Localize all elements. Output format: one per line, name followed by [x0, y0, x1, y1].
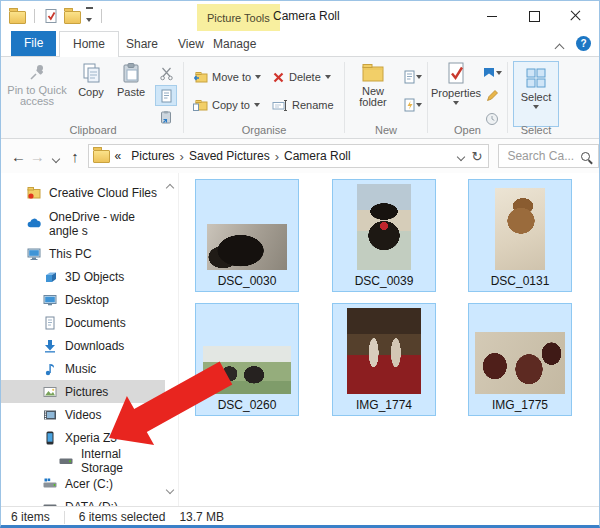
new-folder-button[interactable]: New folder: [347, 62, 399, 108]
easy-access-button[interactable]: [399, 94, 425, 115]
sidebar-item-onedrive[interactable]: OneDrive - wide angle s: [1, 212, 165, 235]
edit-button[interactable]: [481, 85, 503, 106]
group-new: New folder New: [345, 57, 427, 138]
copy-icon: [80, 62, 102, 84]
breadcrumb-pictures[interactable]: Pictures: [126, 149, 179, 163]
navigation-bar: ← → ↑ « Pictures › Saved Pictures › Came…: [1, 139, 599, 173]
address-bar[interactable]: « Pictures › Saved Pictures › Camera Rol…: [88, 144, 490, 168]
pin-to-quick-access-button[interactable]: Pin to Quick access: [5, 62, 69, 107]
dropdown-caret-icon: [325, 75, 331, 79]
copy-path-icon: [160, 89, 173, 103]
address-dropdown-button[interactable]: [458, 149, 464, 163]
tab-share[interactable]: Share: [113, 31, 171, 57]
windows-drive-icon: [43, 477, 57, 491]
group-label-organise: Organise: [184, 124, 344, 136]
group-open: Properties Open: [428, 57, 507, 138]
maximize-button[interactable]: [519, 2, 549, 30]
help-button[interactable]: ?: [576, 36, 591, 51]
search-input[interactable]: [505, 148, 581, 164]
tab-file[interactable]: File: [11, 31, 56, 56]
dropdown-caret-icon: [254, 103, 260, 107]
picture-tools-context-header: Picture Tools: [197, 4, 280, 31]
thumbnail-dsc-0030: [207, 224, 287, 270]
document-icon: [43, 316, 57, 330]
thumbnail-dsc-0131: [495, 188, 545, 270]
forward-button[interactable]: →: [28, 148, 47, 165]
explorer-folder-icon[interactable]: [9, 8, 26, 24]
copy-path-button[interactable]: [155, 85, 177, 106]
chevron-down-icon: [456, 153, 464, 161]
file-tile-img-1775[interactable]: IMG_1775: [468, 303, 572, 416]
status-bar: 6 items 6 items selected 13.7 MB: [1, 506, 599, 527]
move-to-icon: [192, 71, 208, 84]
dropdown-caret-icon: [496, 71, 502, 75]
properties-icon: [446, 62, 466, 85]
thumbnail-dsc-0039: [357, 184, 411, 270]
properties-qat-icon[interactable]: [43, 8, 59, 24]
dropdown-caret-icon: [416, 103, 422, 107]
sidebar-item-documents[interactable]: Documents: [1, 311, 165, 334]
computer-icon: [27, 247, 41, 261]
creative-cloud-folder-icon: [27, 186, 41, 200]
sidebar-item-desktop[interactable]: Desktop: [1, 288, 165, 311]
rename-button[interactable]: Rename: [272, 94, 334, 116]
sidebar-item-creative-cloud-files[interactable]: Creative Cloud Files: [1, 181, 165, 204]
dropdown-caret-icon: [533, 105, 539, 109]
tab-manage[interactable]: Manage: [200, 31, 269, 57]
copy-to-icon: [192, 99, 208, 112]
recent-locations-button[interactable]: [47, 148, 66, 165]
refresh-button[interactable]: ↻: [472, 149, 483, 164]
file-tile-dsc-0039[interactable]: DSC_0039: [332, 179, 436, 292]
move-to-button[interactable]: Move to: [192, 66, 261, 88]
open-flag-icon: [482, 66, 496, 79]
new-folder-qat-icon[interactable]: [64, 8, 81, 24]
download-arrow-icon: [43, 339, 57, 353]
rename-icon: [272, 99, 288, 112]
file-tile-dsc-0030[interactable]: DSC_0030: [195, 179, 299, 292]
cut-button[interactable]: [155, 63, 177, 84]
open-button[interactable]: [481, 62, 503, 83]
tab-home[interactable]: Home: [59, 31, 119, 57]
qat-customize-icon[interactable]: [86, 7, 93, 25]
back-button[interactable]: ←: [9, 148, 28, 165]
dropdown-caret-icon: [416, 75, 422, 79]
new-item-button[interactable]: [399, 66, 425, 87]
group-label-select: Select: [508, 124, 564, 136]
sidebar-scroll-up-button[interactable]: [167, 180, 173, 194]
window-controls: [477, 1, 591, 31]
minimize-ribbon-button[interactable]: [556, 41, 563, 55]
file-tile-img-1774[interactable]: IMG_1774: [332, 303, 436, 416]
copy-to-button[interactable]: Copy to: [192, 94, 260, 116]
paste-button[interactable]: Paste: [111, 62, 151, 98]
ribbon-tab-row: File Home Share View Manage ?: [1, 31, 599, 57]
file-list: DSC_0030 DSC_0039 DSC_0131 DSC_0260 IMG_…: [180, 173, 599, 506]
sidebar-item-acer-c[interactable]: Acer (C:): [1, 472, 165, 495]
qat-separator: [101, 9, 102, 23]
properties-button[interactable]: Properties: [430, 62, 482, 105]
breadcrumb-camera-roll[interactable]: Camera Roll: [279, 149, 356, 163]
sidebar-item-downloads[interactable]: Downloads: [1, 334, 165, 357]
sidebar-item-data-d[interactable]: DATA (D:): [1, 495, 165, 506]
select-button[interactable]: Select: [513, 61, 559, 127]
easy-access-icon: [403, 98, 416, 112]
file-tile-dsc-0131[interactable]: DSC_0131: [468, 179, 572, 292]
search-box: [498, 144, 599, 168]
sidebar-item-this-pc[interactable]: This PC: [1, 242, 165, 265]
breadcrumb-saved-pictures[interactable]: Saved Pictures: [184, 149, 275, 163]
sidebar-scroll-down-button[interactable]: [167, 482, 173, 496]
copy-button[interactable]: Copy: [71, 62, 111, 98]
music-note-icon: [43, 362, 57, 376]
scissors-icon: [159, 66, 174, 81]
minimize-button[interactable]: [477, 2, 507, 30]
red-arrow-annotation: [99, 359, 239, 454]
delete-button[interactable]: Delete: [272, 66, 331, 88]
status-separator: [64, 511, 65, 524]
sidebar-item-3d-objects[interactable]: 3D Objects: [1, 265, 165, 288]
close-button[interactable]: [561, 2, 591, 30]
paste-shortcut-icon: [159, 110, 173, 125]
edit-pencil-icon: [485, 89, 499, 103]
breadcrumb-root[interactable]: «: [110, 149, 127, 163]
up-button[interactable]: ↑: [66, 148, 85, 165]
maximize-icon: [529, 11, 540, 22]
search-icon[interactable]: [581, 152, 590, 161]
